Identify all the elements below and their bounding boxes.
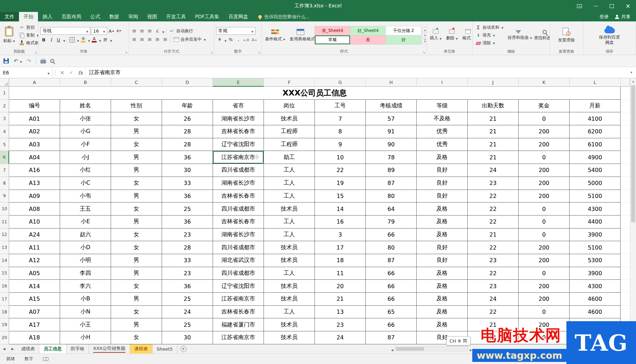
cell-header-J2[interactable]: 出勤天数 [468, 100, 519, 113]
cell-I4[interactable]: 优秀 [417, 125, 468, 138]
cell-F18[interactable]: 工人 [264, 306, 315, 319]
cell-I16[interactable]: 及格 [417, 280, 468, 293]
cell-J10[interactable]: 22 [468, 203, 519, 216]
cell-F7[interactable]: 工人 [264, 164, 315, 177]
cell-I17[interactable]: 及格 [417, 293, 468, 306]
fill-button[interactable]: 填充 [474, 32, 504, 39]
cell-D10[interactable]: 25 [162, 203, 213, 216]
cell-D19[interactable]: 25 [162, 318, 213, 331]
cell-F13[interactable]: 技术员 [264, 241, 315, 254]
column-header-G[interactable]: G [315, 78, 366, 87]
cell-H15[interactable]: 66 [366, 267, 417, 280]
cell-header-I2[interactable]: 等级 [417, 100, 468, 113]
cell-D14[interactable]: 33 [162, 254, 213, 267]
cell-H14[interactable]: 87 [366, 254, 417, 267]
row-header-16[interactable]: 16 [0, 280, 9, 293]
cell-B4[interactable]: 小G [60, 125, 111, 138]
dialog-launcher-icon[interactable] [34, 51, 37, 54]
align-center-button[interactable] [138, 36, 145, 43]
cell-I14[interactable]: 良好 [417, 254, 468, 267]
cell-L13[interactable]: 5100 [570, 241, 621, 254]
cell-L11[interactable]: 4400 [570, 216, 621, 229]
cell-header-F2[interactable]: 岗位 [264, 100, 315, 113]
fill-handle[interactable] [262, 162, 264, 164]
cell-C18[interactable]: 女 [111, 306, 162, 319]
cell-J15[interactable]: 22 [468, 267, 519, 280]
cell-B12[interactable]: 赵六 [60, 229, 111, 241]
cell-F17[interactable]: 技术员 [264, 293, 315, 306]
scroll-up-icon[interactable] [630, 78, 636, 84]
cell-header-K2[interactable]: 奖金 [519, 100, 570, 113]
cell-L4[interactable]: 6200 [570, 125, 621, 138]
cell-I9[interactable]: 良好 [417, 190, 468, 203]
increase-font-size-button[interactable]: A [108, 27, 115, 34]
cell-H8[interactable]: 87 [366, 177, 417, 190]
cell-D11[interactable]: 36 [162, 216, 213, 229]
cell-title[interactable]: XXX公司员工信息 [9, 87, 621, 100]
cell-D3[interactable]: 26 [162, 112, 213, 125]
cell-A17[interactable]: A15 [9, 293, 60, 306]
share-button[interactable]: 共享 [615, 14, 630, 20]
column-header-F[interactable]: F [264, 78, 315, 87]
cell-E14[interactable]: 湖北省武汉市 [213, 254, 264, 267]
row-header-9[interactable]: 9 [0, 190, 9, 203]
cell-F6[interactable]: 助工 [264, 151, 315, 164]
cell-G16[interactable]: 20 [315, 280, 366, 293]
copy-button[interactable]: 复制 [18, 32, 38, 39]
cell-H11[interactable]: 79 [366, 216, 417, 229]
cell-B6[interactable]: 小J [60, 151, 111, 164]
cell-D20[interactable]: 30 [162, 331, 213, 344]
menu-tab-百度网盘[interactable]: 百度网盘 [224, 12, 253, 21]
cell-F3[interactable]: 技术员 [264, 112, 315, 125]
menu-tab-页面布局[interactable]: 页面布局 [57, 12, 86, 21]
cell-I5[interactable]: 优秀 [417, 138, 468, 151]
decrease-indent-button[interactable] [154, 36, 161, 43]
decrease-decimal-button[interactable] [250, 36, 257, 43]
delete-cells-button[interactable]: 删除 [444, 22, 459, 48]
cell-B18[interactable]: 小N [60, 306, 111, 319]
cell-G19[interactable]: 23 [315, 318, 366, 331]
cell-D5[interactable]: 28 [162, 138, 213, 151]
cell-I13[interactable]: 良好 [417, 241, 468, 254]
maximize-button[interactable] [604, 0, 620, 12]
cell-G11[interactable]: 16 [315, 216, 366, 229]
decrease-font-size-button[interactable]: A [116, 27, 122, 34]
cell-L3[interactable]: 4100 [570, 112, 621, 125]
cell-C5[interactable]: 女 [111, 138, 162, 151]
cell-I7[interactable]: 良好 [417, 164, 468, 177]
cell-style-好[interactable]: 好 [386, 35, 421, 44]
sheet-tab-田字格[interactable]: 田字格 [66, 344, 89, 353]
cell-J3[interactable]: 21 [468, 112, 519, 125]
cell-D13[interactable]: 28 [162, 241, 213, 254]
cell-A6[interactable]: A04 [9, 151, 60, 164]
row-header-10[interactable]: 10 [0, 203, 9, 216]
cell-E12[interactable]: 湖南省长沙市 [213, 229, 264, 241]
formula-bar-handle[interactable] [53, 67, 58, 78]
horizontal-scrollbar-track[interactable] [395, 346, 468, 351]
cell-B16[interactable]: 李六 [60, 280, 111, 293]
cell-H6[interactable]: 78 [366, 151, 417, 164]
row-header-14[interactable]: 14 [0, 254, 9, 267]
row-header-4[interactable]: 4 [0, 125, 9, 138]
cell-H19[interactable]: 66 [366, 318, 417, 331]
align-left-button[interactable] [131, 36, 138, 43]
underline-button[interactable]: U [55, 36, 62, 43]
row-header-13[interactable]: 13 [0, 241, 9, 254]
column-header-D[interactable]: D [162, 78, 213, 87]
cell-G10[interactable]: 14 [315, 203, 366, 216]
cell-C16[interactable]: 女 [111, 280, 162, 293]
cell-D15[interactable]: 23 [162, 267, 213, 280]
cell-B10[interactable]: 王五 [60, 203, 111, 216]
cell-F8[interactable]: 工人 [264, 177, 315, 190]
cell-K17[interactable]: 200 [519, 293, 570, 306]
cell-F9[interactable]: 工人 [264, 190, 315, 203]
cell-L14[interactable]: 5300 [570, 254, 621, 267]
cell-E18[interactable]: 吉林省长春市 [213, 306, 264, 319]
cell-E10[interactable]: 四川省成都市 [213, 203, 264, 216]
cell-L12[interactable]: 3900 [570, 229, 621, 241]
cell-E7[interactable]: 四川省成都市 [213, 164, 264, 177]
cell-H7[interactable]: 89 [366, 164, 417, 177]
cell-A9[interactable]: A09 [9, 190, 60, 203]
gallery-up-icon[interactable] [422, 27, 426, 32]
cell-G9[interactable]: 15 [315, 190, 366, 203]
